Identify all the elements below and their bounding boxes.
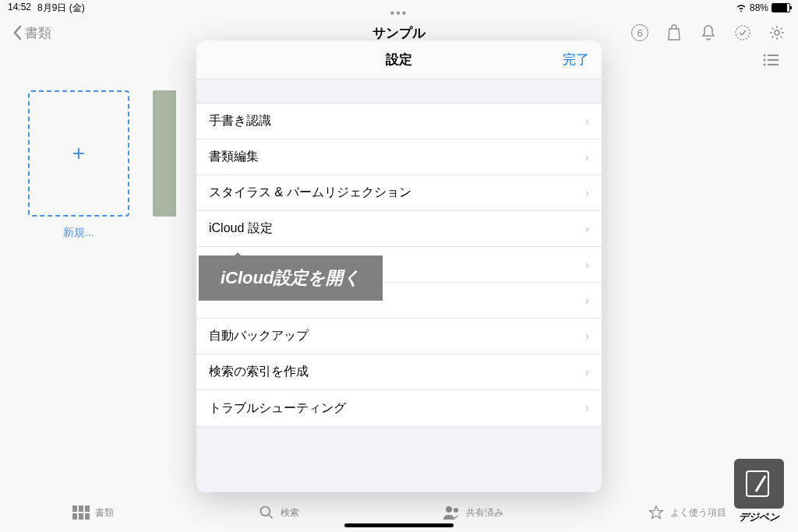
row-label: 手書き認識 xyxy=(209,113,271,129)
callout-annotation: iCloud設定を開く xyxy=(199,255,383,301)
chevron-right-icon: › xyxy=(585,222,589,236)
settings-row-document-edit[interactable]: 書類編集› xyxy=(196,139,602,175)
settings-row-search-index[interactable]: 検索の索引を作成› xyxy=(196,354,602,390)
chevron-right-icon: › xyxy=(585,115,589,129)
done-button[interactable]: 完了 xyxy=(563,51,589,69)
chevron-right-icon: › xyxy=(585,329,589,344)
svg-rect-18 xyxy=(747,471,768,496)
settings-row-troubleshoot[interactable]: トラブルシューティング› xyxy=(196,390,602,426)
row-label: トラブルシューティング xyxy=(209,400,346,417)
modal-overlay: 設定 完了 手書き認識› 書類編集› スタイラス & パームリジェクション› i… xyxy=(0,0,798,532)
chevron-right-icon: › xyxy=(585,294,589,308)
settings-row-backup[interactable]: 自動バックアップ› xyxy=(196,319,602,354)
chevron-right-icon: › xyxy=(585,258,589,272)
brand-name: デジペン xyxy=(728,510,790,524)
modal-title: 設定 xyxy=(386,51,412,69)
chevron-right-icon: › xyxy=(585,365,589,379)
row-label: iCloud 設定 xyxy=(209,220,273,237)
modal-header: 設定 完了 xyxy=(196,41,602,79)
brand-icon xyxy=(734,459,784,509)
chevron-right-icon: › xyxy=(585,186,589,200)
chevron-right-icon: › xyxy=(585,401,589,415)
svg-line-19 xyxy=(756,476,765,491)
row-label: 検索の索引を作成 xyxy=(209,364,309,380)
settings-row-handwriting[interactable]: 手書き認識› xyxy=(196,104,602,139)
row-label: 書類編集 xyxy=(209,149,259,165)
settings-row-icloud[interactable]: iCloud 設定› xyxy=(196,211,602,247)
row-label: スタイラス & パームリジェクション xyxy=(209,185,411,201)
brand-logo: デジペン xyxy=(728,459,790,524)
row-label: 自動バックアップ xyxy=(209,328,309,344)
chevron-right-icon: › xyxy=(585,150,589,164)
settings-row-stylus[interactable]: スタイラス & パームリジェクション› xyxy=(196,175,602,211)
